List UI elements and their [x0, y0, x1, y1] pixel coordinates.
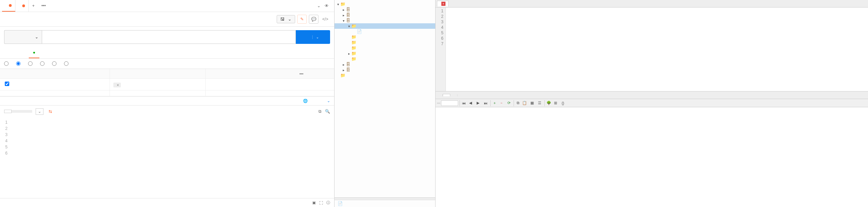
radio-form-data[interactable]: [16, 61, 22, 66]
tree-replica-set[interactable]: 📁: [335, 73, 435, 78]
tab-authorization[interactable]: [12, 47, 21, 58]
form-data-table: ••• ×: [0, 69, 334, 96]
body-type-row: [0, 59, 334, 69]
list-icon[interactable]: ☰: [536, 100, 543, 106]
script-tab-bar: ×: [436, 0, 868, 8]
bulk-edit-button[interactable]: [307, 69, 334, 78]
output-tabs: [436, 92, 868, 99]
collection-item-photos[interactable]: 📄: [335, 200, 435, 207]
response-body[interactable]: 123456: [0, 117, 334, 158]
view-pretty[interactable]: [4, 110, 12, 113]
tab-body[interactable]: ●: [29, 47, 39, 58]
radio-raw[interactable]: [40, 61, 46, 66]
dirty-dot-icon: [9, 4, 12, 7]
tab-output[interactable]: [436, 94, 443, 96]
script-tab-1[interactable]: ×: [437, 1, 449, 7]
tab-documents-view[interactable]: [443, 94, 450, 96]
capture-icon[interactable]: ⛶: [319, 201, 323, 205]
tree-local[interactable]: ▸🗄: [335, 62, 435, 67]
paste-icon[interactable]: 📋: [521, 100, 528, 106]
tree-collections[interactable]: ▾📁: [335, 23, 435, 29]
tab-redirect[interactable]: [450, 94, 457, 96]
row-checkbox[interactable]: [5, 82, 9, 86]
save-response-button[interactable]: ⌄: [327, 99, 330, 103]
add-icon[interactable]: ＋: [490, 100, 497, 106]
json-view-icon[interactable]: {}: [559, 100, 566, 106]
table-view-icon[interactable]: ⊞: [552, 100, 559, 106]
send-button[interactable]: ⌄: [296, 30, 330, 44]
copy-icon[interactable]: ⧉: [318, 109, 322, 114]
environment-select[interactable]: ⌄ 👁: [303, 3, 332, 8]
save-icon: 🖫: [280, 17, 285, 22]
request-tab-2[interactable]: [15, 0, 29, 12]
new-tab-button[interactable]: +: [29, 3, 38, 8]
grid-icon[interactable]: ▦: [529, 100, 536, 106]
url-row: ⌄ ⌄: [0, 27, 334, 47]
tab-headers[interactable]: [21, 47, 29, 58]
desc-placeholder[interactable]: [205, 90, 276, 96]
tree-users[interactable]: ▸📁: [335, 51, 435, 56]
tree-functions[interactable]: 📁: [335, 40, 435, 45]
tree-imagesdb[interactable]: ▾🗄: [335, 18, 435, 23]
tab-settings[interactable]: [56, 47, 64, 58]
globe-icon[interactable]: 🌐: [303, 99, 308, 103]
tab-tests[interactable]: [48, 47, 56, 58]
key-placeholder[interactable]: [14, 90, 110, 96]
desc-cell[interactable]: [205, 79, 276, 90]
tab-params[interactable]: [4, 47, 12, 58]
tab-prerequest[interactable]: [39, 47, 48, 58]
save-button[interactable]: 🖫 ⌄: [277, 15, 295, 23]
value-cell[interactable]: ×: [110, 79, 205, 90]
help-icon[interactable]: ⓘ: [326, 200, 330, 205]
last-page-icon[interactable]: ⏭: [482, 100, 489, 106]
remove-file-icon[interactable]: ×: [117, 83, 119, 87]
copy-icon[interactable]: ⧉: [514, 100, 520, 106]
tree-view-icon[interactable]: 🌳: [544, 100, 551, 106]
api-client-panel: + ••• ⌄ 👁 🖫 ⌄ ✎ 💬 </> ⌄ ⌄: [0, 0, 335, 207]
radio-graphql[interactable]: [64, 61, 70, 66]
close-icon[interactable]: ×: [441, 2, 445, 6]
tree-databases[interactable]: ▾📁: [335, 1, 435, 7]
radio-none[interactable]: [4, 61, 10, 66]
refresh-icon[interactable]: ⟳: [505, 100, 512, 106]
request-title-bar: 🖫 ⌄ ✎ 💬 </>: [0, 12, 334, 27]
tree-sexternal[interactable]: ▸🗄: [335, 67, 435, 73]
view-raw[interactable]: [12, 110, 18, 113]
collections-bottom-panel: 📄: [335, 197, 435, 207]
radio-binary[interactable]: [52, 61, 58, 66]
radio-xwww[interactable]: [28, 61, 34, 66]
runner-button[interactable]: ▣: [312, 200, 316, 205]
edit-icon[interactable]: ✎: [297, 15, 307, 24]
view-visualize[interactable]: [25, 110, 32, 113]
wrap-icon[interactable]: ⇆: [46, 108, 54, 115]
col-actions-icon[interactable]: •••: [276, 69, 307, 78]
value-placeholder[interactable]: [110, 90, 205, 96]
tree-views[interactable]: 📁: [335, 45, 435, 51]
format-select[interactable]: ⌄: [36, 108, 43, 115]
method-select[interactable]: ⌄: [4, 30, 42, 44]
request-tab-1[interactable]: [2, 0, 15, 12]
prev-page-icon[interactable]: ◀: [467, 100, 474, 106]
chevron-down-icon: ⌄: [35, 35, 38, 39]
chevron-down-icon[interactable]: ⌄: [312, 35, 319, 39]
search-icon[interactable]: 🔍: [325, 109, 330, 114]
limit-input[interactable]: [441, 100, 458, 106]
tree-photos[interactable]: 📄: [335, 29, 435, 34]
next-page-icon[interactable]: ▶: [475, 100, 481, 106]
key-cell[interactable]: [14, 79, 110, 90]
code-icon[interactable]: </>: [320, 15, 330, 24]
tree-admin[interactable]: ▸🗄: [335, 7, 435, 12]
first-page-icon[interactable]: ⏮: [460, 100, 466, 106]
tree-roles[interactable]: 📁: [335, 56, 435, 62]
tree-gridfs[interactable]: 📁: [335, 34, 435, 40]
tree-config[interactable]: ▸🗄: [335, 12, 435, 18]
response-bar: 🌐 ⌄: [0, 96, 334, 106]
script-editor[interactable]: 1234567: [436, 8, 868, 92]
tab-overflow-button[interactable]: •••: [38, 3, 49, 8]
view-preview[interactable]: [18, 110, 25, 113]
url-input[interactable]: [42, 30, 296, 44]
eye-icon[interactable]: 👁: [325, 3, 329, 8]
comment-icon[interactable]: 💬: [309, 15, 318, 24]
delete-icon[interactable]: －: [498, 100, 505, 106]
request-tab-bar: + ••• ⌄ 👁: [0, 0, 334, 12]
